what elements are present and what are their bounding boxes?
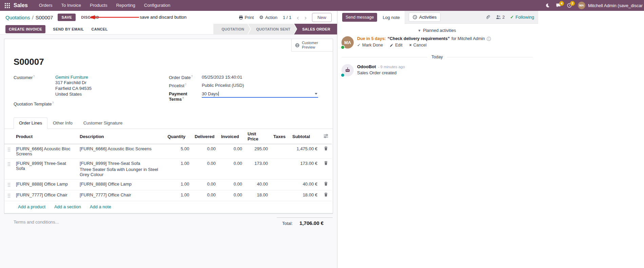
cell-subtotal: 173.00 € <box>290 159 320 179</box>
state-quotation-sent[interactable]: QUOTATION SENT <box>248 24 296 35</box>
mark-done-button[interactable]: ✓Mark Done <box>357 43 383 47</box>
state-quotation[interactable]: QUOTATION <box>213 24 250 35</box>
cell-delivered[interactable]: 0.00 <box>192 179 218 190</box>
cell-invoiced[interactable]: 0.00 <box>218 190 245 201</box>
chevron-left-icon[interactable]: ‹ <box>297 14 299 21</box>
drag-handle[interactable] <box>4 159 13 179</box>
cell-taxes[interactable] <box>271 144 290 159</box>
cell-unit-price[interactable]: 40.00 <box>245 179 271 190</box>
activity-summary: “Check delivery requirements” <box>388 36 450 41</box>
optional-columns-icon[interactable] <box>320 129 332 144</box>
add-note-link[interactable]: Add a note <box>90 204 111 209</box>
cell-unit-price[interactable]: 295.00 <box>245 144 271 159</box>
send-message-button[interactable]: Send message <box>342 13 377 22</box>
add-product-link[interactable]: Add a product <box>18 204 45 209</box>
trash-icon <box>324 192 328 197</box>
activities-button[interactable]: Activities <box>409 13 441 22</box>
cell-description[interactable]: [FURN_6666] Acoustic Bloc Screens <box>77 144 165 159</box>
globe-icon <box>295 43 299 48</box>
customer-preview-button[interactable]: Customer Preview <box>291 39 333 52</box>
paperclip-icon <box>485 15 490 20</box>
cell-product[interactable]: [FURN_8999] Three-Seat Sofa <box>13 159 77 179</box>
cell-taxes[interactable] <box>271 179 290 190</box>
line-add-links: Add a product Add a section Add a note <box>4 201 333 213</box>
cell-quantity[interactable]: 5.00 <box>165 144 192 159</box>
cell-quantity[interactable]: 1.00 <box>165 179 192 190</box>
pricelist-field[interactable]: Public Pricelist (USD) <box>202 83 244 88</box>
cancel-button[interactable]: CANCEL <box>91 27 108 31</box>
drag-handle[interactable] <box>4 144 13 159</box>
cell-taxes[interactable] <box>271 190 290 201</box>
tab-customer-signature[interactable]: Customer Signature <box>78 117 128 129</box>
following-toggle[interactable]: ✓ Following <box>510 15 534 20</box>
record-title[interactable]: S00007 <box>14 57 324 67</box>
cell-delivered[interactable]: 0.00 <box>192 144 218 159</box>
cell-invoiced[interactable]: 0.00 <box>218 179 245 190</box>
send-by-email-button[interactable]: SEND BY EMAIL <box>53 27 84 31</box>
menu-configuration[interactable]: Configuration <box>140 0 175 11</box>
payment-terms-input[interactable]: 30 Days <box>202 91 318 98</box>
new-button[interactable]: New <box>312 13 332 22</box>
edit-activity-button[interactable]: Edit <box>390 43 403 47</box>
cell-quantity[interactable]: 1.00 <box>165 159 192 179</box>
messages-icon[interactable]: 4 <box>556 3 561 8</box>
attachments-button[interactable] <box>485 15 490 20</box>
address-line: United States <box>55 91 92 97</box>
add-section-link[interactable]: Add a section <box>54 204 81 209</box>
action-button[interactable]: ⚙ Action <box>259 15 277 20</box>
cell-delivered[interactable]: 0.00 <box>192 159 218 179</box>
delete-line-button[interactable] <box>320 179 332 190</box>
customer-link[interactable]: Gemini Furniture <box>55 75 88 80</box>
save-button[interactable]: SAVE <box>58 14 76 21</box>
create-invoice-button[interactable]: CREATE INVOICE <box>5 25 45 33</box>
app-brand[interactable]: Sales <box>14 2 28 8</box>
cell-taxes[interactable] <box>271 159 290 179</box>
message-time: - 9 minutes ago <box>378 65 405 69</box>
cell-unit-price[interactable]: 18.00 <box>245 190 271 201</box>
cell-description[interactable]: [FURN_7777] Office Chair <box>77 190 165 201</box>
cell-invoiced[interactable]: 0.00 <box>218 144 245 159</box>
print-button[interactable]: Print <box>239 15 254 20</box>
cell-quantity[interactable]: 1.00 <box>165 190 192 201</box>
trash-icon <box>324 146 328 151</box>
cancel-activity-button[interactable]: ×Cancel <box>409 43 427 47</box>
tab-other-info[interactable]: Other Info <box>47 117 78 129</box>
cell-description[interactable]: [FURN_8999] Three-Seat SofaThree Seater … <box>77 159 165 179</box>
user-menu[interactable]: MA Mitchell Admin (save_discar <box>578 2 643 9</box>
pricelist-label: Pricelist? <box>169 83 202 88</box>
menu-products[interactable]: Products <box>85 0 112 11</box>
menu-to-invoice[interactable]: To Invoice <box>57 0 86 11</box>
chevron-right-icon[interactable]: › <box>305 14 307 21</box>
cell-invoiced[interactable]: 0.00 <box>218 159 245 179</box>
planned-activities-header[interactable]: ▾ Planned activities <box>341 28 533 33</box>
apps-grid-icon[interactable] <box>3 0 12 11</box>
cell-delivered[interactable]: 0.00 <box>192 190 218 201</box>
cell-description[interactable]: [FURN_8888] Office Lamp <box>77 179 165 190</box>
cell-product[interactable]: [FURN_7777] Office Chair <box>13 190 77 201</box>
delete-line-button[interactable] <box>320 144 332 159</box>
cell-product[interactable]: [FURN_8888] Office Lamp <box>13 179 77 190</box>
menu-orders[interactable]: Orders <box>35 0 57 11</box>
delete-line-button[interactable] <box>320 159 332 179</box>
menu-reporting[interactable]: Reporting <box>112 0 139 11</box>
terms-placeholder[interactable]: Terms and conditions... <box>14 219 59 225</box>
breadcrumb-quotations-link[interactable]: Quotations <box>5 15 30 20</box>
printer-icon <box>239 15 243 20</box>
pager[interactable]: 1 / 1 <box>283 15 291 20</box>
drag-handle[interactable] <box>4 190 13 201</box>
log-note-button[interactable]: Log note <box>383 15 400 20</box>
dropdown-caret-icon[interactable] <box>315 93 317 95</box>
tab-order-lines[interactable]: Order Lines <box>14 117 47 129</box>
delete-line-button[interactable] <box>320 190 332 201</box>
cell-product[interactable]: [FURN_6666] Acoustic Bloc Screens <box>13 144 77 159</box>
order-date-field[interactable]: 05/25/2023 15:40:01 <box>202 75 242 80</box>
drag-handle[interactable] <box>4 179 13 190</box>
info-icon[interactable] <box>487 37 491 41</box>
cell-unit-price[interactable]: 173.00 <box>245 159 271 179</box>
moon-icon[interactable] <box>545 3 550 8</box>
user-name: Mitchell Admin (save_discar <box>588 3 643 8</box>
state-sales-order[interactable]: SALES ORDER <box>294 24 337 35</box>
total-value: 1,706.00 € <box>299 220 324 226</box>
followers-button[interactable]: 2 <box>496 15 505 20</box>
activity-clock-icon[interactable]: 2 <box>567 3 572 8</box>
